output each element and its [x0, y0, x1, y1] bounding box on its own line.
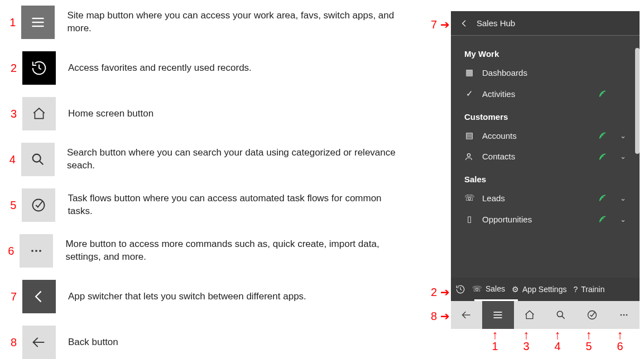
nav-label: Opportunities [482, 215, 591, 224]
legend-number: 3 [0, 108, 17, 120]
callout-4: ↑4 [549, 330, 566, 353]
accounts-icon: ▤ [464, 130, 474, 140]
dashboards-icon: ▦ [464, 67, 474, 77]
legend-number: 1 [0, 16, 16, 29]
svg-line-16 [562, 316, 565, 319]
callout-7: 7➔ [431, 18, 450, 31]
nav-item-leads[interactable]: ☏ Leads ⌄ [451, 187, 640, 208]
panel-body: My Work ▦ Dashboards ⦿ ⌄ ✓ Activities ⌄ … [451, 36, 640, 230]
contacts-icon [464, 152, 474, 161]
chevron-down-icon[interactable]: ⌄ [620, 132, 626, 140]
legend-number: 4 [0, 153, 16, 166]
nav-label: Accounts [482, 131, 591, 140]
arrow-left-icon [31, 334, 47, 350]
leads-icon: ☏ [464, 193, 474, 203]
legend-number: 6 [0, 245, 14, 258]
callout-num: 4 [549, 340, 566, 353]
back-button[interactable] [451, 301, 482, 329]
home-icon [524, 309, 535, 321]
section-title-mywork: My Work [451, 41, 640, 62]
wifi-icon [599, 215, 608, 224]
callout-num: 5 [580, 340, 597, 353]
chevron-down-icon[interactable]: ⌄ [620, 194, 626, 202]
wifi-icon [599, 152, 608, 161]
panel-title: Sales Hub [477, 18, 515, 28]
legend-row: 6 More button to access more commands su… [0, 234, 402, 268]
callout-num: 8 [431, 310, 437, 323]
search-icon [30, 152, 46, 167]
scrollbar[interactable] [635, 48, 640, 154]
svg-point-10 [467, 153, 470, 156]
arrow-up-icon: ↑ [580, 330, 597, 340]
legend-row: 7 App switcher that lets you switch betw… [0, 280, 402, 313]
chevron-left-icon[interactable] [460, 19, 469, 28]
area-history[interactable] [455, 284, 465, 294]
area-label: App Settings [522, 285, 566, 294]
area-training[interactable]: ?Trainin [573, 285, 604, 294]
callout-num: 7 [431, 18, 437, 31]
more-button[interactable] [608, 301, 640, 329]
callout-num: 2 [431, 286, 437, 299]
legend-row: 3 Home screen button [0, 97, 402, 130]
nav-label: Dashboards [482, 68, 592, 77]
arrow-right-icon: ➔ [440, 309, 450, 323]
home-tile [22, 97, 56, 130]
nav-label: Leads [482, 193, 591, 203]
arrow-up-icon: ↑ [487, 330, 503, 340]
legend-row: 1 Site map button where you can access y… [0, 6, 402, 39]
svg-line-4 [40, 161, 43, 164]
svg-point-6 [32, 250, 34, 252]
callout-2: 2➔ [431, 285, 450, 299]
arrow-up-icon: ↑ [549, 330, 566, 340]
more-icon [28, 243, 44, 259]
legend-row: 4 Search button where you can search you… [0, 143, 402, 176]
legend-row: 5 Task flows button where you can access… [0, 188, 402, 222]
arrow-up-icon: ↑ [518, 330, 535, 340]
wifi-icon [599, 89, 608, 98]
svg-point-7 [36, 250, 38, 252]
callout-5: ↑5 [580, 330, 597, 353]
legend-number: 7 [0, 290, 17, 303]
nav-item-dashboards[interactable]: ▦ Dashboards ⦿ ⌄ [451, 62, 640, 83]
callout-8: 8➔ [431, 309, 450, 323]
panel-header[interactable]: Sales Hub [451, 11, 640, 36]
nav-item-contacts[interactable]: Contacts ⌄ [451, 146, 640, 167]
legend-text: Home screen button [68, 108, 153, 120]
app-switcher-tile [22, 280, 56, 313]
nav-item-opportunities[interactable]: ▯ Opportunities ⌄ [451, 208, 640, 230]
callout-num: 6 [612, 340, 628, 353]
taskflow-tile [22, 188, 55, 222]
chevron-down-icon[interactable]: ⌄ [620, 215, 626, 224]
svg-point-19 [623, 314, 624, 316]
legend-text: Task flows button where you can access a… [68, 192, 402, 218]
wifi-icon [599, 131, 608, 140]
legend-row: 2 Access favorites and recently used rec… [0, 51, 402, 85]
svg-point-8 [40, 250, 42, 252]
search-icon [555, 309, 566, 321]
nav-item-activities[interactable]: ✓ Activities ⌄ [451, 83, 640, 104]
area-app-settings[interactable]: ⚙App Settings [512, 285, 566, 294]
search-button[interactable] [545, 301, 576, 329]
phone-icon: ☏ [472, 284, 482, 293]
section-title-customers: Customers [451, 104, 640, 125]
gear-icon: ⚙ [512, 285, 519, 294]
hamburger-icon [30, 14, 46, 30]
home-button[interactable] [514, 301, 545, 329]
svg-point-15 [557, 311, 563, 317]
sitemap-button[interactable] [482, 301, 513, 329]
legend-text: Access favorites and recently used recor… [68, 62, 252, 75]
legend-number: 8 [0, 336, 17, 349]
svg-point-3 [33, 154, 41, 162]
arrow-right-icon: ➔ [440, 18, 450, 31]
legend-number: 5 [0, 199, 16, 212]
nav-item-accounts[interactable]: ▤ Accounts ⌄ [451, 125, 640, 146]
area-sales[interactable]: ☏Sales [472, 284, 505, 294]
area-switcher: ☏Sales ⚙App Settings ?Trainin [451, 278, 640, 301]
wifi-icon [599, 193, 608, 202]
more-icon [618, 309, 629, 321]
chevron-down-icon[interactable]: ⌄ [620, 152, 626, 161]
taskflow-icon [587, 309, 598, 321]
history-icon [31, 60, 47, 76]
arrow-up-icon: ↑ [612, 330, 628, 340]
taskflow-button[interactable] [576, 301, 608, 329]
